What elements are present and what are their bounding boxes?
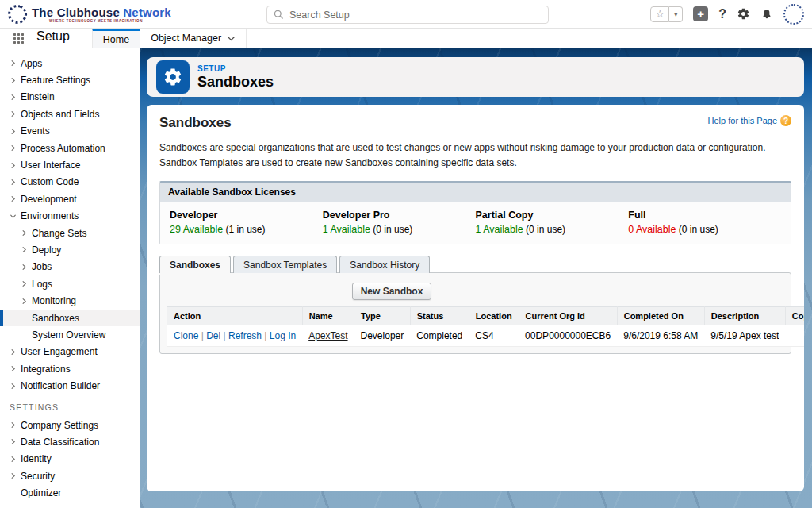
action-clone[interactable]: Clone (174, 330, 198, 341)
sidebar-item-label: System Overview (32, 329, 105, 341)
sidebar-item-deploy[interactable]: Deploy (0, 241, 140, 258)
tab-sandbox-templates[interactable]: Sandbox Templates (233, 256, 337, 273)
sidebar-item-system-overview[interactable]: System Overview (0, 326, 140, 343)
table-row: Clone | Del | Refresh | Log InApexTestDe… (167, 325, 805, 347)
tab-object-manager[interactable]: Object Manager (140, 29, 247, 48)
action-del[interactable]: Del (206, 330, 220, 341)
sidebar-item-integrations[interactable]: Integrations (0, 360, 140, 377)
sidebar-item-label: User Interface (21, 160, 80, 171)
global-search[interactable] (266, 6, 549, 24)
license-in-use: (0 in use) (370, 224, 412, 235)
sidebar-item-einstein[interactable]: Einstein (0, 89, 140, 106)
tab-sandbox-history[interactable]: Sandbox History (339, 256, 430, 273)
chevron-right-icon (21, 298, 32, 305)
sidebar-item-label: Deploy (32, 244, 61, 256)
sidebar-item-apps[interactable]: Apps (0, 55, 140, 71)
search-input[interactable] (289, 10, 542, 21)
page-shell: AppsFeature SettingsEinsteinObjects and … (0, 48, 812, 508)
column-header-description: Description (704, 307, 785, 325)
setup-gear-icon[interactable] (737, 7, 750, 21)
license-available: 0 Available (628, 224, 676, 235)
chevron-right-icon (10, 456, 21, 463)
help-for-this-page-link[interactable]: Help for this Page (708, 116, 777, 125)
sidebar-item-change-sets[interactable]: Change Sets (0, 225, 140, 241)
sidebar-item-notification-builder[interactable]: Notification Builder (0, 377, 140, 394)
help-icon[interactable]: ? (718, 7, 726, 21)
license-counts: 1 Available (0 in use) (323, 224, 476, 235)
license-name: Developer (170, 210, 323, 221)
sidebar-item-feature-settings[interactable]: Feature Settings (0, 71, 140, 88)
tab-home-label: Home (103, 34, 129, 45)
chevron-right-icon (10, 94, 21, 101)
sidebar-item-sandboxes[interactable]: Sandboxes (0, 310, 140, 326)
action-cell: Clone | Del | Refresh | Log In (167, 325, 303, 347)
notifications-bell-icon[interactable] (760, 8, 773, 21)
license-counts: 1 Available (0 in use) (476, 224, 629, 235)
add-icon[interactable]: + (693, 6, 708, 21)
logo-title-dark: The Clubhouse (32, 6, 120, 19)
clubhouse-spiral-logo-icon (6, 2, 30, 26)
page-header-eyebrow: SETUP (197, 64, 274, 73)
license-available: 1 Available (476, 224, 523, 235)
sidebar-item-events[interactable]: Events (0, 123, 140, 140)
chevron-right-icon (10, 348, 21, 356)
sidebar-item-environments[interactable]: Environments (0, 208, 140, 225)
sidebar-item-jobs[interactable]: Jobs (0, 259, 140, 275)
sidebar-item-custom-code[interactable]: Custom Code (0, 174, 140, 190)
license-in-use: (0 in use) (523, 224, 565, 235)
sidebar-item-user-engagement[interactable]: User Engagement (0, 344, 140, 360)
sidebar-item-label: Security (21, 471, 55, 482)
user-avatar[interactable] (783, 4, 804, 25)
sidebar-item-security[interactable]: Security (0, 468, 140, 484)
sidebar-item-development[interactable]: Development (0, 190, 140, 207)
chevron-right-icon (10, 162, 21, 169)
name-cell: ApexTest (302, 325, 354, 347)
license-in-use: (1 in use) (223, 224, 265, 235)
sidebar-item-process-automation[interactable]: Process Automation (0, 140, 140, 156)
tab-sandboxes[interactable]: Sandboxes (159, 256, 231, 273)
chevron-right-icon (21, 229, 32, 237)
new-sandbox-button[interactable]: New Sandbox (352, 283, 432, 300)
button-row: New Sandbox (167, 279, 784, 306)
help-for-this-page: Help for this Page ? (708, 115, 791, 126)
sidebar-item-monitoring[interactable]: Monitoring (0, 292, 140, 309)
sidebar-item-label: Objects and Fields (21, 109, 99, 120)
sidebar-item-objects-and-fields[interactable]: Objects and Fields (0, 106, 140, 122)
action-separator: | (220, 330, 228, 341)
action-refresh[interactable]: Refresh (228, 330, 262, 341)
license-available: 29 Available (170, 224, 223, 235)
license-name: Full (628, 210, 781, 221)
license-in-use: (0 in use) (676, 224, 718, 235)
current-org-id-cell: 00DP0000000ECB6 (519, 325, 617, 347)
sidebar-item-label: Jobs (32, 261, 52, 272)
title-row: Sandboxes Help for this Page ? (159, 115, 791, 131)
help-for-this-page-icon[interactable]: ? (780, 115, 791, 126)
copied-from-cell (785, 325, 804, 347)
column-header-completed-on: Completed On (617, 307, 704, 325)
app-launcher-waffle-icon[interactable] (13, 33, 24, 44)
sandbox-name-link[interactable]: ApexTest (308, 330, 347, 341)
sidebar-item-identity[interactable]: Identity (0, 451, 140, 468)
sandbox-tabs: SandboxesSandbox TemplatesSandbox Histor… (159, 256, 791, 273)
column-header-copied-from: Copied From (785, 307, 804, 325)
sidebar-item-label: Integrations (21, 364, 71, 375)
column-header-current-org-id: Current Org Id (519, 307, 617, 325)
chevron-right-icon (10, 365, 21, 372)
sandboxes-table: ActionNameTypeStatusLocationCurrent Org … (167, 306, 804, 347)
favorites-dropdown-icon[interactable]: ▾ (669, 6, 683, 22)
sidebar-item-company-settings[interactable]: Company Settings (0, 417, 140, 433)
sidebar-item-label: Environments (21, 210, 79, 221)
sidebar-item-label: Monitoring (32, 295, 76, 306)
sidebar-item-logs[interactable]: Logs (0, 275, 140, 292)
logo-tagline: WHERE TECHNOLOGY MEETS IMAGINATION (49, 19, 171, 23)
column-header-status: Status (410, 307, 469, 325)
sidebar-item-label: Sandboxes (32, 313, 79, 324)
sidebar-item-data-classification[interactable]: Data Classification (0, 433, 140, 450)
action-log-in[interactable]: Log In (270, 330, 296, 341)
setup-sidebar: AppsFeature SettingsEinsteinObjects and … (0, 48, 140, 508)
favorites-star-icon[interactable]: ☆ (650, 6, 669, 22)
chevron-right-icon (10, 383, 21, 390)
tab-home[interactable]: Home (92, 29, 140, 48)
sidebar-item-user-interface[interactable]: User Interface (0, 156, 140, 173)
sidebar-item-optimizer[interactable]: Optimizer (0, 484, 140, 501)
